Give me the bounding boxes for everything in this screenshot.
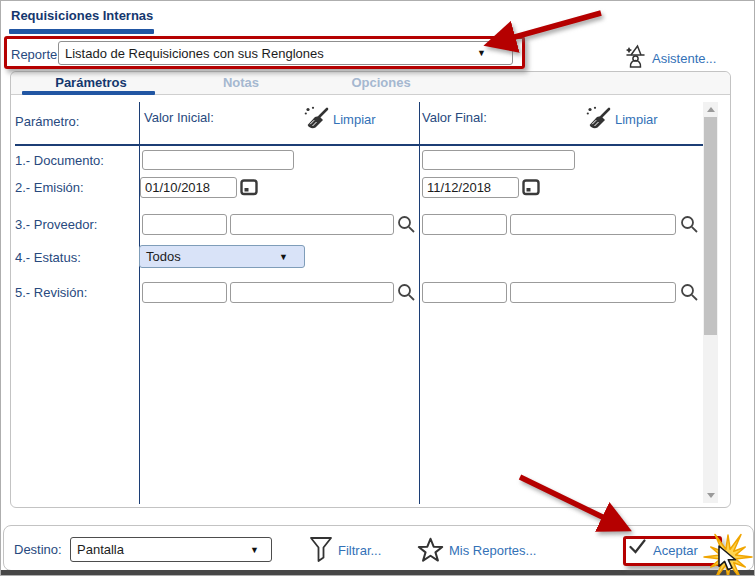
broom-icon bbox=[585, 117, 611, 134]
proveedor-final-code-input[interactable] bbox=[422, 214, 507, 235]
funnel-icon bbox=[309, 549, 333, 566]
emision-final-input[interactable] bbox=[422, 177, 519, 198]
clear-initial-label: Limpiar bbox=[333, 112, 376, 127]
emision-initial-input[interactable] bbox=[140, 177, 237, 198]
broom-icon bbox=[303, 117, 329, 134]
assistant-link-label: Asistente... bbox=[652, 51, 716, 66]
header-divider bbox=[15, 144, 703, 146]
revision-final-code-input[interactable] bbox=[422, 282, 507, 303]
tab-notas[interactable]: Notas bbox=[171, 72, 311, 94]
destination-select-value: Pantalla bbox=[77, 542, 124, 557]
column-divider bbox=[139, 102, 140, 504]
active-tab-indicator bbox=[22, 91, 155, 95]
param-column-header: Parámetro: bbox=[15, 114, 79, 129]
estatus-initial-select[interactable]: Todos ▼ bbox=[139, 245, 305, 268]
clear-final-label: Limpiar bbox=[615, 112, 658, 127]
final-column-header: Valor Final: bbox=[422, 110, 487, 125]
star-icon bbox=[417, 549, 444, 566]
accept-button[interactable]: Aceptar bbox=[629, 539, 719, 565]
my-reports-label: Mis Reportes... bbox=[449, 543, 536, 558]
report-label: Reporte: bbox=[11, 47, 61, 62]
page-title: Requisiciones Internas bbox=[11, 8, 153, 23]
window-bottom-edge bbox=[1, 570, 754, 575]
magnifier-icon[interactable] bbox=[397, 215, 416, 237]
initial-column-header: Valor Inicial: bbox=[144, 110, 214, 125]
filter-label: Filtrar... bbox=[338, 543, 381, 558]
destination-select[interactable]: Pantalla ▼ bbox=[70, 537, 272, 562]
vertical-scrollbar[interactable] bbox=[703, 102, 718, 503]
param-label-emision: 2.- Emisión: bbox=[15, 180, 84, 195]
tab-opciones[interactable]: Opciones bbox=[311, 72, 451, 94]
parameters-panel: Parámetros Notas Opciones Parámetro: Val… bbox=[10, 71, 731, 508]
filter-button[interactable]: Filtrar... bbox=[309, 536, 394, 564]
revision-initial-desc-input[interactable] bbox=[230, 282, 394, 303]
magnifier-icon[interactable] bbox=[680, 215, 699, 237]
param-label-proveedor: 3.- Proveedor: bbox=[15, 217, 97, 232]
scroll-down-button[interactable] bbox=[703, 488, 718, 503]
my-reports-button[interactable]: Mis Reportes... bbox=[417, 537, 542, 565]
magnifier-icon[interactable] bbox=[397, 283, 416, 305]
triangle-up-icon bbox=[707, 107, 715, 112]
scrollbar-thumb[interactable] bbox=[704, 117, 717, 335]
title-underline bbox=[9, 29, 154, 34]
calendar-icon[interactable] bbox=[240, 178, 258, 199]
scroll-up-button[interactable] bbox=[703, 102, 718, 117]
clear-final-button[interactable]: Limpiar bbox=[585, 105, 663, 133]
documento-initial-input[interactable] bbox=[142, 150, 294, 170]
clear-initial-button[interactable]: Limpiar bbox=[303, 105, 381, 133]
report-select-value: Listado de Requisiciones con sus Renglon… bbox=[65, 46, 324, 61]
param-label-revision: 5.- Revisión: bbox=[15, 285, 87, 300]
caret-down-icon: ▼ bbox=[279, 252, 288, 262]
footer-bar: Destino: Pantalla ▼ Filtrar... Mis Repor… bbox=[3, 525, 754, 571]
calendar-icon[interactable] bbox=[522, 178, 540, 199]
caret-down-icon: ▼ bbox=[250, 545, 259, 555]
checkmark-icon bbox=[629, 540, 646, 557]
proveedor-initial-code-input[interactable] bbox=[142, 214, 227, 235]
report-select[interactable]: Listado de Requisiciones con sus Renglon… bbox=[58, 41, 513, 65]
magnifier-icon[interactable] bbox=[680, 283, 699, 305]
param-label-documento: 1.- Documento: bbox=[15, 153, 104, 168]
revision-final-desc-input[interactable] bbox=[510, 282, 676, 303]
documento-final-input[interactable] bbox=[422, 150, 575, 170]
annotation-arrow-report bbox=[493, 13, 601, 43]
proveedor-initial-desc-input[interactable] bbox=[230, 214, 394, 235]
proveedor-final-desc-input[interactable] bbox=[510, 214, 676, 235]
triangle-down-icon bbox=[707, 493, 715, 498]
param-label-estatus: 4.- Estatus: bbox=[15, 250, 81, 265]
revision-initial-code-input[interactable] bbox=[142, 282, 227, 303]
report-dialog-window: Requisiciones Internas Reporte: Listado … bbox=[0, 0, 755, 576]
destination-label: Destino: bbox=[14, 542, 62, 557]
assistant-button[interactable]: Asistente... bbox=[622, 43, 742, 73]
caret-down-icon: ▼ bbox=[477, 48, 486, 58]
column-divider bbox=[419, 102, 420, 504]
accept-label: Aceptar bbox=[653, 543, 698, 558]
estatus-select-value: Todos bbox=[146, 249, 181, 264]
